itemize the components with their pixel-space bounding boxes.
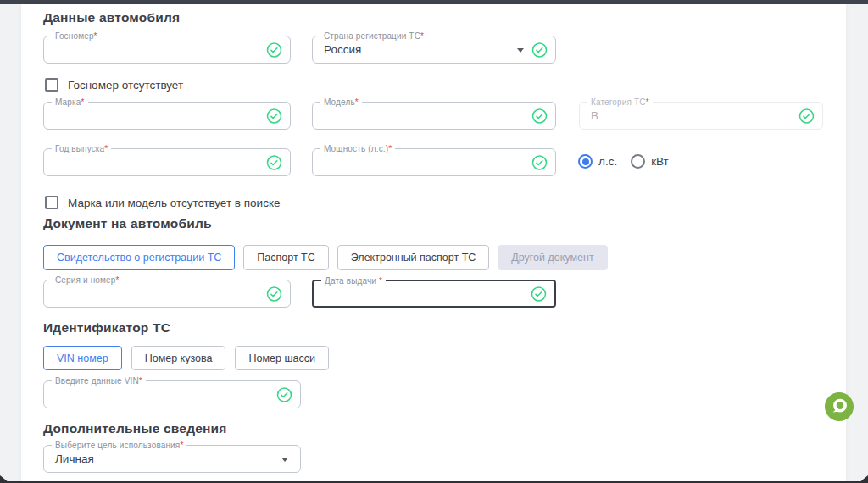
chat-widget-button[interactable] [825, 392, 854, 421]
car-data-form-page: Данные автомобиля Госномер* Страна регис… [0, 0, 868, 483]
tab-other-document: Другой документ [498, 245, 607, 270]
series-number-label: Серия и номер* [52, 275, 123, 286]
plate-number-label: Госномер* [52, 31, 101, 42]
valid-check-icon [266, 286, 282, 302]
power-unit-radio-group: л.с. кВт [578, 154, 669, 169]
chat-bubble-icon [825, 392, 854, 421]
section-title-document: Документ на автомобиль [43, 216, 212, 231]
chevron-down-icon [517, 48, 524, 53]
vin-label: Введите данные VIN* [52, 375, 146, 386]
document-type-tabs: Свидетельство о регистрации ТС Паспорт Т… [43, 245, 608, 270]
section-title-identifier: Идентификатор ТС [43, 320, 170, 336]
window-corner-right [859, 475, 868, 483]
window-corner-left [0, 475, 9, 483]
section-title-additional: Дополнительные сведения [43, 421, 227, 436]
valid-check-icon [266, 42, 282, 58]
no-brand-checkbox[interactable] [45, 196, 58, 209]
issue-date-label: Дата выдачи * [321, 275, 386, 286]
hp-radio[interactable] [578, 154, 593, 169]
registration-country-value: Россия [324, 36, 361, 63]
section-title-vehicle-data: Данные автомобиля [43, 10, 180, 25]
issue-date-input[interactable]: Дата выдачи * [312, 280, 556, 308]
no-brand-checkbox-row[interactable]: Марка или модель отсутствует в поиске [45, 196, 280, 209]
form-card [21, 4, 846, 483]
usage-purpose-value: Личная [55, 446, 94, 472]
registration-country-select[interactable]: Страна регистрации ТС* Россия [312, 36, 556, 64]
valid-check-icon [276, 386, 292, 402]
series-number-input[interactable]: Серия и номер* [43, 280, 291, 308]
tab-vin-number[interactable]: VIN номер [43, 346, 122, 370]
tab-vehicle-passport[interactable]: Паспорт ТС [243, 245, 328, 270]
plate-number-input[interactable]: Госномер* [43, 36, 291, 64]
model-label: Модель* [320, 97, 362, 108]
chevron-down-icon [281, 458, 288, 462]
valid-check-icon [531, 286, 547, 302]
no-plate-checkbox-label[interactable]: Госномер отсутствует [68, 79, 183, 92]
tab-chassis-number[interactable]: Номер шасси [235, 346, 328, 370]
year-label: Год выпуска* [52, 143, 111, 154]
valid-check-icon [266, 108, 282, 124]
valid-check-icon [531, 42, 548, 58]
no-plate-checkbox-row[interactable]: Госномер отсутствует [45, 78, 183, 92]
valid-check-icon [531, 108, 548, 124]
vehicle-category-value: B [591, 103, 598, 129]
valid-check-icon [266, 154, 282, 170]
vin-input[interactable]: Введите данные VIN* [43, 380, 301, 408]
vehicle-category-input: Категория ТС* B [579, 102, 823, 130]
tab-body-number[interactable]: Номер кузова [131, 346, 226, 370]
model-input[interactable]: Модель* [312, 102, 556, 130]
no-plate-checkbox[interactable] [45, 78, 58, 92]
hp-radio-label[interactable]: л.с. [598, 155, 617, 168]
no-brand-checkbox-label[interactable]: Марка или модель отсутствует в поиске [68, 197, 280, 209]
year-input[interactable]: Год выпуска* [43, 148, 291, 176]
power-label: Мощность (л.с.)* [320, 143, 395, 154]
kw-radio[interactable] [631, 154, 645, 169]
kw-radio-label[interactable]: кВт [651, 155, 669, 168]
usage-purpose-select[interactable]: Выберите цель использования* Личная [43, 445, 301, 473]
brand-input[interactable]: Марка* [43, 102, 291, 130]
tab-registration-certificate[interactable]: Свидетельство о регистрации ТС [43, 245, 235, 270]
identifier-type-tabs: VIN номер Номер кузова Номер шасси [43, 346, 329, 370]
valid-check-icon [531, 154, 548, 170]
tab-electronic-passport[interactable]: Электронный паспорт ТС [337, 245, 490, 270]
brand-label: Марка* [52, 97, 88, 108]
valid-check-icon [798, 108, 815, 124]
power-input[interactable]: Мощность (л.с.)* [312, 148, 556, 176]
